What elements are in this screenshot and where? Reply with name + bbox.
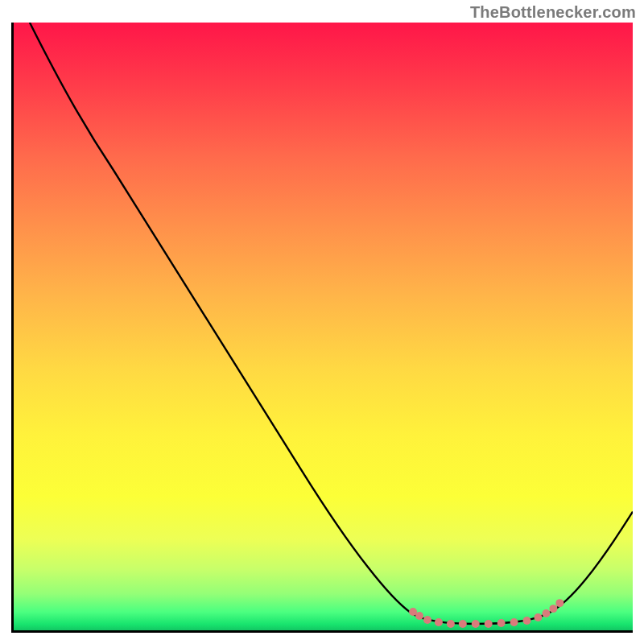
svg-point-9 xyxy=(510,618,518,626)
svg-point-11 xyxy=(534,613,542,621)
svg-point-13 xyxy=(549,605,557,613)
svg-point-2 xyxy=(423,616,431,624)
svg-point-6 xyxy=(472,620,480,628)
svg-point-3 xyxy=(435,618,443,626)
svg-point-1 xyxy=(415,612,423,620)
curve-overlay xyxy=(14,23,633,630)
svg-point-5 xyxy=(459,620,467,628)
svg-point-10 xyxy=(523,617,531,625)
chart-container: TheBottlenecker.com xyxy=(0,0,644,644)
plot-area xyxy=(11,23,633,633)
watermark-text: TheBottlenecker.com xyxy=(470,3,636,22)
svg-point-14 xyxy=(555,599,564,607)
marker-cluster xyxy=(409,599,564,628)
svg-point-8 xyxy=(497,619,506,627)
bottleneck-curve xyxy=(30,23,633,624)
svg-point-7 xyxy=(485,620,493,628)
svg-point-4 xyxy=(447,620,455,628)
svg-point-12 xyxy=(542,609,550,617)
